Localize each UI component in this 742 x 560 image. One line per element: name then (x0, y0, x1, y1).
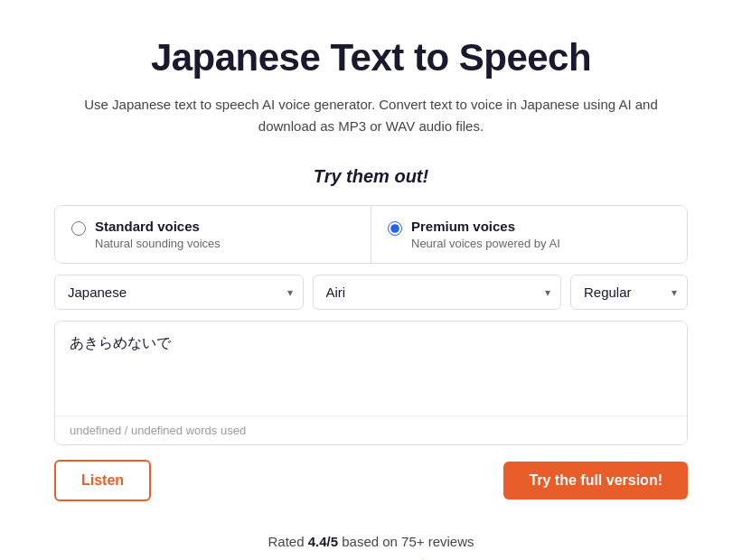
voice-options-group: Standard voices Natural sounding voices … (54, 205, 688, 264)
standard-voice-desc: Natural sounding voices (95, 237, 221, 250)
style-select[interactable]: Regular Formal Casual (570, 275, 688, 310)
page-subtitle: Use Japanese text to speech AI voice gen… (64, 94, 679, 137)
action-row: Listen Try the full version! (54, 460, 688, 501)
page-title: Japanese Text to Speech (54, 36, 688, 79)
premium-voice-desc: Neural voices powered by AI (411, 237, 560, 250)
main-container: Japanese Text to Speech Use Japanese tex… (18, 18, 724, 560)
standard-voice-text: Standard voices Natural sounding voices (95, 219, 221, 250)
standard-voice-option[interactable]: Standard voices Natural sounding voices (55, 206, 371, 263)
controls-row: Japanese English Spanish French German ▾… (54, 275, 688, 310)
premium-voice-radio[interactable] (388, 221, 402, 236)
full-version-button[interactable]: Try the full version! (503, 462, 688, 499)
premium-voice-text: Premium voices Neural voices powered by … (411, 219, 560, 250)
rating-label: Rated (268, 534, 307, 549)
textarea-container: あきらめないで undefined / undefined words used (54, 321, 688, 445)
premium-voice-option[interactable]: Premium voices Neural voices powered by … (371, 206, 687, 263)
standard-voice-radio[interactable] (71, 221, 86, 236)
rating-text: Rated 4.4/5 based on 75+ reviews (54, 534, 688, 549)
rating-suffix: based on 75+ reviews (338, 534, 474, 549)
voice-select-wrapper: Airi Kenji Yuki Hana ▾ (313, 275, 562, 310)
standard-voice-name: Standard voices (95, 219, 221, 234)
language-select-wrapper: Japanese English Spanish French German ▾ (54, 275, 304, 310)
rating-section: Rated 4.4/5 based on 75+ reviews ★ ★ ★ ★… (54, 534, 688, 560)
voice-select[interactable]: Airi Kenji Yuki Hana (313, 275, 562, 310)
premium-voice-name: Premium voices (411, 219, 560, 234)
style-select-wrapper: Regular Formal Casual ▾ (570, 275, 688, 310)
listen-button[interactable]: Listen (54, 460, 151, 501)
word-count: undefined / undefined words used (55, 415, 687, 444)
text-input[interactable]: あきらめないで (55, 322, 687, 412)
rating-score: 4.4/5 (308, 534, 338, 549)
try-label: Try them out! (54, 166, 688, 187)
language-select[interactable]: Japanese English Spanish French German (54, 275, 304, 310)
